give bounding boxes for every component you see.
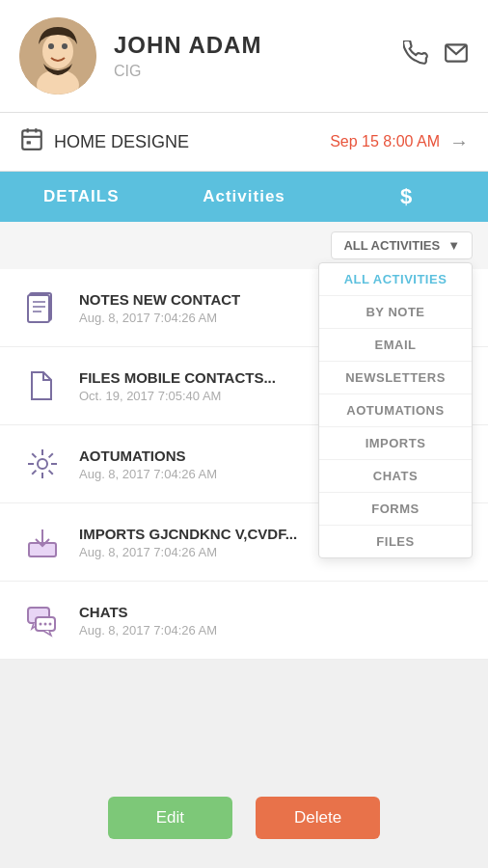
activity-title: CHATS [79,604,217,620]
svg-rect-6 [22,130,41,149]
filter-button[interactable]: ALL ACTIVITIES ▼ [331,231,473,259]
bottom-actions: Edit Delete [0,768,488,868]
activity-text: CHATS Aug. 8, 2017 7:04:26 AM [79,604,217,637]
tab-details[interactable]: DETAILS [0,172,163,222]
dropdown-item-by-note[interactable]: BY NOTE [319,296,472,328]
svg-point-4 [62,43,68,49]
chats-icon [19,597,66,643]
header-subtitle: CIG [114,63,403,80]
files-icon [19,363,66,409]
dropdown-item-forms[interactable]: FORMS [319,493,472,525]
svg-rect-12 [28,295,49,322]
edit-button[interactable]: Edit [108,797,232,839]
header-name: JOHN ADAM [114,32,403,59]
schedule-bar: HOME DESIGNE Sep 15 8:00 AM → [0,113,488,172]
dropdown-item-aotumations[interactable]: AOTUMATIONS [319,394,472,426]
activity-text: FILES MOBILE CONTACTS... Oct. 19, 2017 7… [79,369,276,403]
phone-icon[interactable] [403,41,428,71]
svg-rect-10 [27,141,31,144]
activity-date: Aug. 8, 2017 7:04:26 AM [79,623,217,637]
header-info: JOHN ADAM CIG [114,32,403,80]
schedule-date: Sep 15 8:00 AM [330,133,440,150]
list-item: CHATS Aug. 8, 2017 7:04:26 AM [0,582,488,660]
calendar-icon [19,126,44,157]
activity-date: Aug. 8, 2017 7:04:26 AM [79,545,297,559]
svg-point-22 [49,623,52,626]
automations-icon [19,441,66,487]
tab-activities[interactable]: Activities [163,172,326,222]
filter-bar: ALL ACTIVITIES ▼ ALL ACTIVITIES BY NOTE … [0,222,488,269]
svg-point-1 [42,34,73,68]
svg-point-20 [40,623,42,626]
svg-point-16 [38,459,47,469]
header: JOHN ADAM CIG [0,0,488,113]
avatar [19,17,96,95]
dropdown-item-newsletters[interactable]: NEWSLETTERS [319,362,472,393]
schedule-arrow-icon[interactable]: → [449,131,469,153]
filter-dropdown: ALL ACTIVITIES BY NOTE EMAIL NEWSLETTERS… [318,262,473,558]
dropdown-item-imports[interactable]: IMPORTS [319,427,472,459]
activity-text: AOTUMATIONS Aug. 8, 2017 7:04:26 AM [79,448,217,481]
activity-title: IMPORTS GJCNDKNC V,CVDF... [79,526,297,542]
tab-dollar[interactable]: $ [325,172,488,222]
dropdown-item-files[interactable]: FILES [319,526,472,557]
schedule-title: HOME DESIGNE [54,132,330,152]
chevron-down-icon: ▼ [447,238,460,253]
activity-text: NOTES NEW CONTACT Aug. 8, 2017 7:04:26 A… [79,291,240,325]
activity-date: Aug. 8, 2017 7:04:26 AM [79,467,217,481]
activity-date: Oct. 19, 2017 7:05:40 AM [79,389,276,403]
dropdown-item-chats[interactable]: CHATS [319,460,472,492]
imports-icon [19,519,66,565]
activity-title: AOTUMATIONS [79,448,217,464]
activity-date: Aug. 8, 2017 7:04:26 AM [79,311,240,325]
notes-icon [19,285,66,331]
dropdown-item-email[interactable]: EMAIL [319,329,472,361]
filter-label: ALL ACTIVITIES [343,238,440,253]
activity-title: FILES MOBILE CONTACTS... [79,369,276,386]
header-icons [403,41,469,71]
email-icon[interactable] [444,41,469,71]
activity-text: IMPORTS GJCNDKNC V,CVDF... Aug. 8, 2017 … [79,526,297,559]
delete-button[interactable]: Delete [256,797,380,839]
svg-point-3 [48,43,54,49]
tabs: DETAILS Activities $ [0,172,488,222]
dropdown-item-all-activities[interactable]: ALL ACTIVITIES [319,263,472,295]
activity-title: NOTES NEW CONTACT [79,291,240,308]
svg-point-21 [44,623,47,626]
